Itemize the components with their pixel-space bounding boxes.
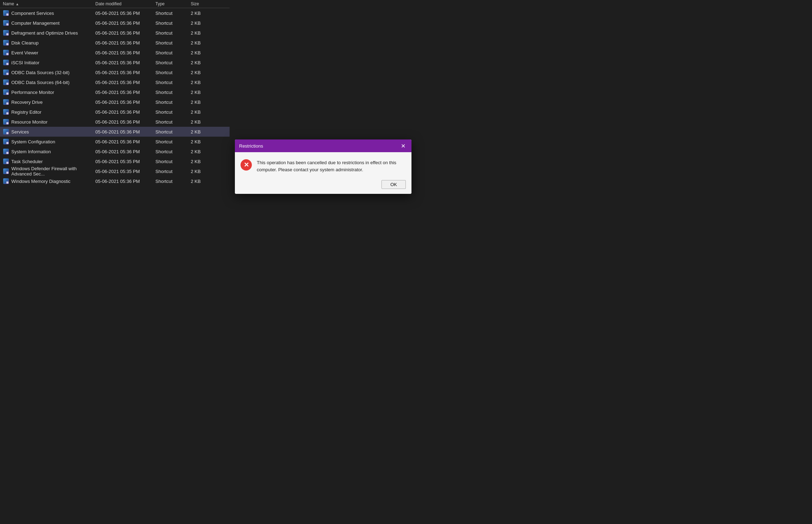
dialog-titlebar: Restrictions ✕ bbox=[235, 139, 411, 152]
dialog-message: This operation has been cancelled due to… bbox=[257, 159, 406, 173]
restrictions-dialog: Restrictions ✕ ✕ This operation has been… bbox=[235, 139, 411, 194]
ok-button[interactable]: OK bbox=[381, 180, 406, 189]
dialog-body: ✕ This operation has been cancelled due … bbox=[235, 152, 411, 177]
dialog-footer: OK bbox=[235, 177, 411, 194]
dialog-title: Restrictions bbox=[239, 143, 263, 149]
error-icon: ✕ bbox=[241, 159, 252, 171]
dialog-close-button[interactable]: ✕ bbox=[399, 142, 407, 150]
dialog-overlay: Restrictions ✕ ✕ This operation has been… bbox=[0, 0, 812, 524]
